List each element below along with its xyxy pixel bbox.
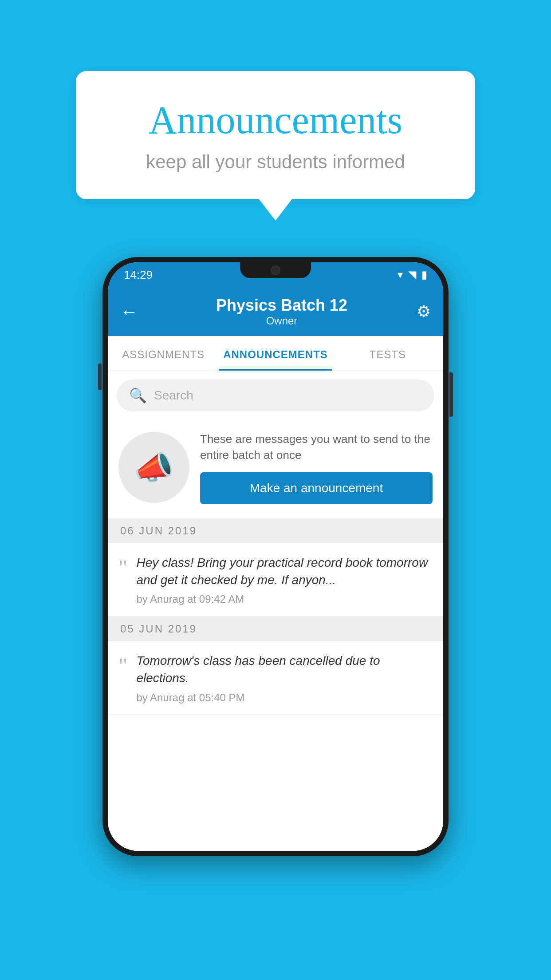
promo-icon-circle: 📣 — [118, 432, 189, 503]
phone-notch — [240, 262, 311, 278]
date-separator-1: 06 JUN 2019 — [108, 518, 443, 543]
search-placeholder-text: Search — [154, 388, 193, 403]
search-bar[interactable]: 🔍 Search — [117, 379, 434, 411]
power-button — [449, 372, 453, 417]
volume-button-left — [98, 364, 102, 390]
announcement-text-1: Hey class! Bring your practical record b… — [136, 554, 433, 589]
phone-screen: 14:29 ▾ ◥ ▮ ← Physics Batch 12 Owner ⚙ — [108, 262, 443, 851]
back-button[interactable]: ← — [120, 302, 138, 322]
app-bar: ← Physics Batch 12 Owner ⚙ — [108, 287, 443, 336]
app-bar-center: Physics Batch 12 Owner — [147, 296, 417, 327]
tabs: ASSIGNMENTS ANNOUNCEMENTS TESTS — [108, 336, 443, 371]
promo-content: These are messages you want to send to t… — [200, 431, 433, 504]
date-separator-2: 05 JUN 2019 — [108, 616, 443, 641]
announcement-promo: 📣 These are messages you want to send to… — [108, 420, 443, 518]
announcement-meta-2: by Anurag at 05:40 PM — [136, 692, 433, 704]
announcement-item-2[interactable]: " Tomorrow's class has been cancelled du… — [108, 641, 443, 715]
wifi-icon: ▾ — [398, 269, 403, 281]
content-area: 🔍 Search 📣 These are messages you want t… — [108, 371, 443, 851]
signal-icon: ◥ — [408, 269, 416, 281]
make-announcement-button[interactable]: Make an announcement — [200, 472, 433, 504]
announcement-meta-1: by Anurag at 09:42 AM — [136, 593, 433, 605]
phone-frame: 14:29 ▾ ◥ ▮ ← Physics Batch 12 Owner ⚙ — [102, 257, 449, 856]
speech-bubble: Announcements keep all your students inf… — [76, 71, 475, 199]
megaphone-icon: 📣 — [134, 449, 174, 486]
tab-announcements[interactable]: ANNOUNCEMENTS — [219, 336, 332, 370]
app-bar-title: Physics Batch 12 — [147, 296, 417, 315]
status-icons: ▾ ◥ ▮ — [398, 269, 427, 281]
search-icon: 🔍 — [129, 387, 147, 404]
quote-icon-1: " — [118, 557, 127, 579]
status-time: 14:29 — [124, 268, 153, 282]
promo-description: These are messages you want to send to t… — [200, 431, 433, 463]
battery-icon: ▮ — [421, 269, 427, 281]
settings-button[interactable]: ⚙ — [417, 302, 431, 321]
announcement-content-1: Hey class! Bring your practical record b… — [136, 554, 433, 605]
quote-icon-2: " — [118, 655, 127, 677]
announcement-text-2: Tomorrow's class has been cancelled due … — [136, 652, 433, 687]
bubble-title: Announcements — [111, 98, 440, 142]
announcement-item-1[interactable]: " Hey class! Bring your practical record… — [108, 543, 443, 616]
camera — [271, 265, 280, 275]
bubble-subtitle: keep all your students informed — [111, 151, 440, 173]
phone-wrapper: 14:29 ▾ ◥ ▮ ← Physics Batch 12 Owner ⚙ — [102, 257, 449, 856]
tab-assignments[interactable]: ASSIGNMENTS — [108, 336, 219, 370]
announcement-content-2: Tomorrow's class has been cancelled due … — [136, 652, 433, 703]
tab-tests[interactable]: TESTS — [332, 336, 443, 370]
app-bar-subtitle: Owner — [147, 315, 417, 327]
